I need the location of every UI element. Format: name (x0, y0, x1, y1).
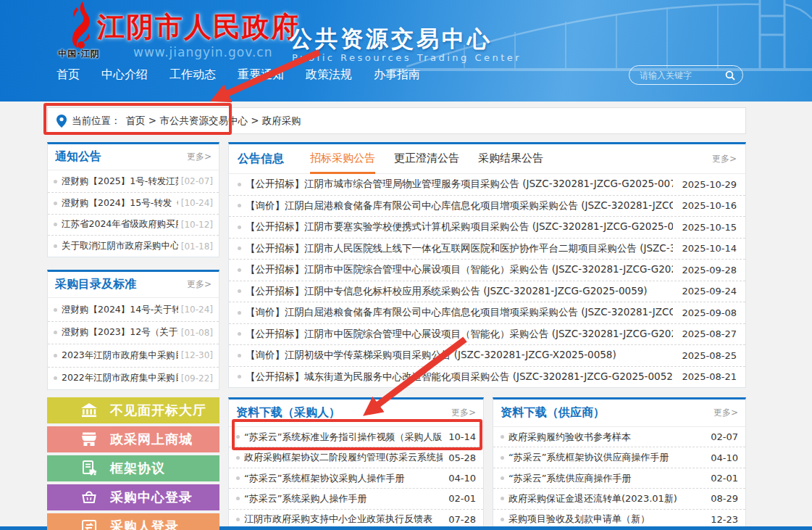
bullet-icon (238, 311, 241, 315)
downloads-supplier-more-link[interactable]: 更多> (713, 407, 738, 419)
tab-result-announcements[interactable]: 采购结果公告 (478, 144, 543, 174)
download-title: “苏采云”系统供应商操作手册 (508, 472, 705, 485)
list-item[interactable]: “苏采云”系统框架协议供应商操作手册 04-10 (493, 447, 745, 468)
downloads-buyer-list: “苏采云”系统标准业务指引操作视频（采购人版... 10-14 政府采购框架协议… (229, 427, 483, 529)
store-icon (80, 431, 98, 448)
list-item[interactable]: “苏采云”系统框架协议采购人操作手册 04-10 (229, 468, 483, 489)
table-row[interactable]: 【询价】江阴白屈港粮食储备库有限公司中心库信息化项目增项采购采购公告 (JSZC… (229, 302, 745, 324)
nav-item[interactable]: 重要通知 (238, 67, 284, 83)
download-date: 12-23 (711, 514, 738, 525)
quick-link-bid-hall[interactable]: 不见面开标大厅 (47, 397, 219, 423)
bullet-icon (54, 376, 57, 380)
table-row[interactable]: 【公开招标】江阴市人民医院线上线下一体化互联网医院和医护协作平台二期项目采购公告… (229, 239, 745, 260)
bullet-icon (238, 204, 241, 207)
list-item[interactable]: “苏采云”系统供应商操作手册 02-01 (493, 468, 745, 489)
item-date: [02-07] (181, 176, 213, 186)
download-title: 政府采购保证金退还流转单(2023.01新) (508, 492, 705, 505)
downloads-supplier-panel: 资料下载（供应商） 更多> 政府采购履约验收书参考样本 02-07 “苏采云”系… (493, 397, 746, 530)
nav-item[interactable]: 办事指南 (374, 67, 420, 83)
announcement-title: 【公开招标】江阴市中医院综合管理中心展设项目（智能化）采购公告 (JSZC-32… (246, 263, 673, 276)
notices-more-link[interactable]: 更多> (187, 151, 212, 163)
item-date: [01-18] (181, 241, 213, 252)
announcement-tabs: 招标采购公告 更正澄清公告 采购结果公告 (310, 144, 543, 173)
tab-bidding-announcements[interactable]: 招标采购公告 (310, 144, 375, 174)
list-item[interactable]: 政府采购框架协议二阶段履约管理(苏采云系统操... 05-28 (229, 447, 483, 468)
tab-correction-announcements[interactable]: 更正澄清公告 (394, 144, 459, 174)
list-item[interactable]: “苏采云”系统标准业务指引操作视频（采购人版... 10-14 (229, 427, 483, 447)
bullet-icon (238, 375, 241, 378)
transfer-icon (80, 518, 98, 530)
bullet-icon (501, 518, 504, 521)
download-date: 04-10 (711, 452, 738, 463)
download-title: “苏采云”系统框架协议供应商操作手册 (508, 451, 705, 464)
table-row[interactable]: 【公开招标】江阴中专信息化标杆校应用系统采购公告 (JSZC-320281-JZ… (229, 281, 745, 303)
search-input[interactable] (640, 70, 725, 80)
announcement-title: 【公开招标】江阴市城市综合管理局物业管理服务项目采购公告 (JSZC-32028… (246, 178, 673, 191)
quick-link-label: 框架协议 (110, 460, 165, 477)
announcement-title: 【公开招标】城东街道为民服务中心改造智能化项目采购公告 (JSZC-320281… (246, 370, 673, 384)
item-date: [09-22] (181, 373, 213, 384)
downloads-buyer-more-link[interactable]: 更多> (451, 407, 476, 419)
quick-link-online-mall[interactable]: 政采网上商城 (47, 426, 219, 452)
bullet-icon (238, 332, 241, 336)
site-header: 中国·江阴 江阴市人民政府 www.jiangyin.gov.cn 公共资源交易… (0, 0, 812, 102)
search-icon[interactable] (725, 70, 735, 80)
bullet-icon (54, 223, 57, 226)
bullet-icon (501, 497, 504, 500)
announcement-title: 【询价】江阴白屈港粮食储备库有限公司中心库信息化项目增项采购采购公告 (JSZC… (246, 306, 673, 319)
list-item[interactable]: 关于取消江阴市政府采购中心... [01-18] (48, 236, 219, 257)
download-date: 04-10 (448, 473, 476, 484)
downloads-supplier-list: 政府采购履约验收书参考样本 02-07 “苏采云”系统框架协议供应商操作手册 0… (493, 427, 745, 529)
breadcrumb-path[interactable]: 首页 > 市公共资源交易中心 > 政府采购 (126, 115, 301, 128)
bullet-icon (501, 476, 504, 480)
list-item[interactable]: “苏采云”系统采购人操作手册 02-01 (229, 489, 483, 509)
item-title: 2023年江阴市政府集中采购目... (62, 349, 178, 362)
announcement-date: 2025-10-29 (682, 179, 737, 190)
list-item[interactable]: 澄财购【2024】15号-转发《... [10-24] (48, 193, 219, 215)
jiangyin-logo-icon (64, 1, 99, 49)
table-row[interactable]: 【公开招标】江阴市中医院综合管理中心展设项目（智能化）采购公告 (JSZC-32… (229, 324, 745, 346)
nav-item[interactable]: 工作动态 (169, 67, 216, 83)
download-title: 政府采购履约验收书参考样本 (508, 431, 705, 444)
bullet-icon (54, 180, 57, 183)
bullet-icon (236, 435, 240, 439)
catalog-title: 采购目录及标准 (55, 277, 136, 292)
quick-link-framework-agreement[interactable]: 框架协议 (47, 455, 219, 481)
list-item[interactable]: 政府采购保证金退还流转单(2023.01新) 08-29 (493, 489, 745, 509)
item-date: [01-08] (181, 328, 213, 338)
list-item[interactable]: 澄财购【2025】1号-转发江苏... [02-07] (48, 171, 219, 193)
notices-header: 通知公告 更多> (48, 144, 219, 170)
bullet-icon (236, 476, 240, 480)
nav-item[interactable]: 政策法规 (306, 67, 352, 83)
list-item[interactable]: 2023年江阴市政府集中采购目... [12-30] (48, 344, 219, 368)
table-row[interactable]: 【公开招标】江阴市城市综合管理局物业管理服务项目采购公告 (JSZC-32028… (229, 174, 745, 196)
breadcrumb-label: 当前位置： (72, 115, 121, 128)
list-item[interactable]: 政府采购履约验收书参考样本 02-07 (493, 427, 745, 447)
announcement-date: 2025-10-14 (682, 243, 737, 254)
catalog-more-link[interactable]: 更多> (187, 278, 212, 291)
bullet-icon (238, 289, 241, 293)
announcement-date: 2025-09-08 (682, 307, 737, 318)
quick-link-center-login[interactable]: 采购中心登录 (47, 484, 219, 510)
item-title: 澄财购【2025】1号-转发江苏... (62, 175, 178, 188)
quick-links: 不见面开标大厅 政采网上商城 (47, 397, 219, 530)
table-row[interactable]: 【询价】江阴初级中学传菜梯采购项目采购公告 (JSZC-320281-JZCG-… (229, 345, 745, 367)
nav-item[interactable]: 中心介绍 (101, 67, 148, 83)
table-row[interactable]: 【公开招标】江阴市中医院综合管理中心展设项目（智能化）采购公告 (JSZC-32… (229, 260, 745, 281)
item-title: 2022年江阴市政府集中采购目... (62, 372, 178, 384)
list-item[interactable]: 澄财购【2024】14号-关于转... [10-24] (48, 299, 219, 322)
list-item[interactable]: 2022年江阴市政府集中采购目... [09-22] (48, 368, 219, 390)
list-item[interactable]: 澄财购【2023】12号（关于转... [01-08] (48, 322, 219, 345)
nav-item[interactable]: 首页 (56, 67, 80, 83)
announcement-date: 2025-10-15 (682, 222, 737, 233)
list-item[interactable]: 江苏省2024年省级政府购买服... [10-12] (48, 215, 219, 236)
table-row[interactable]: 【公开招标】城东街道为民服务中心改造智能化项目采购公告 (JSZC-320281… (229, 367, 745, 388)
bullet-icon (501, 435, 504, 439)
quick-link-buyer-login[interactable]: 采购人登录 (47, 513, 219, 530)
announcement-title: 【询价】江阴初级中学传菜梯采购项目采购公告 (JSZC-320281-JZCG-… (246, 349, 673, 362)
download-date: 02-01 (711, 473, 738, 484)
table-row[interactable]: 【公开招标】江阴市要塞实验学校便携式计算机采购项目采购公告 (JSZC-3202… (229, 217, 745, 239)
table-row[interactable]: 【询价】江阴白屈港粮食储备库有限公司中心库信息化项目增项采购采购公告 (JSZC… (229, 196, 745, 218)
announcements-more-link[interactable]: 更多> (712, 153, 737, 165)
item-title: 澄财购【2024】14号-关于转... (62, 304, 178, 316)
